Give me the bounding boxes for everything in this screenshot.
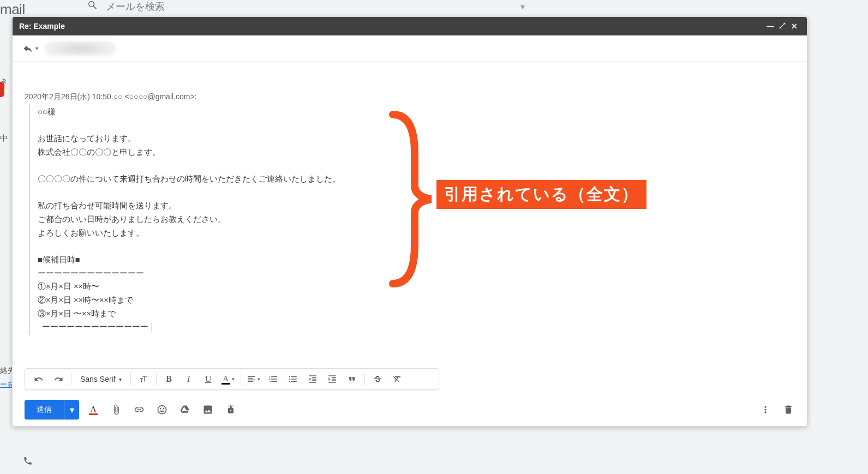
font-family-dropdown[interactable]: Sans Serif ▾ bbox=[75, 370, 127, 388]
formatting-options-icon[interactable]: A bbox=[85, 401, 102, 418]
chevron-down-icon: ▾ bbox=[232, 376, 235, 382]
bold-button[interactable]: B bbox=[160, 370, 178, 388]
font-size-button[interactable] bbox=[134, 370, 153, 388]
underline-button[interactable]: U bbox=[199, 370, 218, 388]
send-row: 送信 ▾ A bbox=[13, 395, 807, 426]
recipient-chip-blurred[interactable] bbox=[45, 41, 116, 56]
confidential-mode-icon[interactable] bbox=[222, 401, 240, 418]
quoted-line: 株式会社〇〇の〇〇と申します。 bbox=[38, 146, 795, 159]
bulleted-list-button[interactable] bbox=[284, 370, 302, 388]
search-options-caret-icon: ▾ bbox=[520, 2, 525, 12]
quoted-line: ○○様 bbox=[38, 105, 795, 119]
attach-icon[interactable] bbox=[107, 401, 125, 418]
send-button-group: 送信 ▾ bbox=[25, 400, 79, 419]
search-icon bbox=[87, 0, 98, 14]
compose-body[interactable]: 2020年2月26日(水) 10:50 ○○ <○○○○@gmail.com>:… bbox=[13, 62, 807, 368]
quoted-line bbox=[38, 119, 795, 133]
gmail-logo-fragment: mail bbox=[0, 1, 25, 18]
send-button[interactable]: 送信 bbox=[25, 400, 64, 419]
quoted-line: ③×月×日 〜××時まで bbox=[38, 307, 795, 321]
redo-button[interactable] bbox=[49, 370, 68, 388]
quoted-line bbox=[38, 186, 795, 200]
font-name-label: Sans Serif bbox=[80, 375, 116, 383]
quoted-line: ①×月×日 ××時〜 bbox=[38, 280, 795, 293]
chevron-down-icon: ▾ bbox=[35, 45, 38, 51]
quoted-line: ーーーーーーーーーーーーー bbox=[38, 320, 795, 334]
quoted-text-block[interactable]: ○○様 お世話になっております。株式会社〇〇の〇〇と申します。 〇〇〇〇の件につ… bbox=[29, 104, 795, 335]
indent-more-button[interactable] bbox=[323, 370, 342, 388]
drive-icon[interactable] bbox=[176, 401, 194, 418]
more-options-icon[interactable] bbox=[757, 401, 774, 418]
close-button[interactable]: ✕ bbox=[788, 22, 800, 31]
italic-button[interactable]: I bbox=[179, 370, 198, 388]
search-bar-fragment: メールを検索 ▾ bbox=[87, 0, 535, 13]
quoted-line: お世話になっております。 bbox=[38, 132, 795, 146]
text-cursor bbox=[152, 323, 152, 332]
align-button[interactable]: ▾ bbox=[244, 370, 263, 388]
undo-button[interactable] bbox=[29, 370, 48, 388]
sidebar-selected-indicator bbox=[0, 82, 4, 97]
emoji-icon[interactable] bbox=[153, 401, 171, 418]
link-icon[interactable] bbox=[130, 401, 148, 418]
popout-button[interactable] bbox=[776, 22, 788, 31]
format-toolbar: Sans Serif ▾ B I U A ▾ ▾ bbox=[25, 368, 439, 390]
reply-type-dropdown[interactable]: ▾ bbox=[22, 43, 38, 54]
indent-less-button[interactable] bbox=[303, 370, 322, 388]
compose-titlebar: Re: Example — ✕ bbox=[13, 17, 807, 35]
compose-window: Re: Example — ✕ ▾ 2020年2月26日(水) 10:50 ○○… bbox=[12, 16, 807, 427]
text-color-button[interactable]: A ▾ bbox=[219, 370, 237, 388]
quoted-line: ②×月×日 ××時〜××時まで bbox=[38, 293, 795, 307]
compose-title: Re: Example bbox=[19, 22, 65, 31]
quoted-line: よろしくお願いいたします。 bbox=[38, 226, 795, 240]
discard-draft-icon[interactable] bbox=[780, 401, 797, 418]
quoted-line: 私の打ち合わせ可能時間を送ります。 bbox=[38, 199, 795, 213]
phone-icon bbox=[23, 456, 33, 469]
quoted-line: ーーーーーーーーーーーーー bbox=[38, 267, 795, 280]
quoted-line: 〇〇〇〇の件について来週打ち合わせの時間をいただきたくご連絡いたしました。 bbox=[38, 172, 795, 186]
chevron-down-icon: ▾ bbox=[119, 376, 122, 382]
quoted-line bbox=[38, 159, 795, 173]
search-placeholder: メールを検索 bbox=[106, 0, 165, 13]
quoted-line bbox=[38, 239, 795, 253]
send-more-button[interactable]: ▾ bbox=[64, 400, 79, 419]
recipients-row[interactable]: ▾ bbox=[13, 35, 807, 62]
quoted-line: ご都合のいい日時がありましたらお教えください。 bbox=[38, 213, 795, 226]
clear-format-button[interactable] bbox=[388, 370, 406, 388]
insert-image-icon[interactable] bbox=[199, 401, 217, 418]
minimize-button[interactable]: — bbox=[764, 22, 776, 31]
quoted-line: ■候補日時■ bbox=[38, 253, 795, 267]
annotation-label: 引用されている（全文） bbox=[436, 180, 646, 209]
quote-attribution: 2020年2月26日(水) 10:50 ○○ <○○○○@gmail.com>: bbox=[25, 92, 795, 102]
quote-button[interactable] bbox=[343, 370, 361, 388]
strikethrough-button[interactable] bbox=[368, 370, 387, 388]
numbered-list-button[interactable] bbox=[264, 370, 283, 388]
